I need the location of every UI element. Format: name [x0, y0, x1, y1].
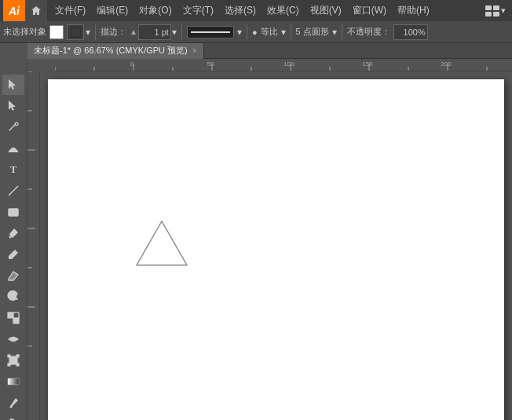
workspace-switcher[interactable]: ▾	[485, 5, 506, 16]
svg-marker-23	[9, 79, 16, 89]
edit-menu[interactable]: 编辑(E)	[92, 2, 133, 19]
svg-rect-0	[485, 5, 492, 10]
canvas-area[interactable]	[40, 71, 512, 420]
help-menu[interactable]: 帮助(H)	[393, 2, 434, 19]
pen-tool-button[interactable]	[2, 117, 24, 137]
eraser-tool-button[interactable]	[2, 265, 24, 286]
svg-rect-3	[493, 12, 499, 16]
svg-text:50: 50	[207, 60, 214, 68]
svg-rect-1	[493, 5, 499, 10]
ruler-vertical	[27, 71, 40, 420]
line-tool-button[interactable]	[2, 181, 24, 201]
window-menu[interactable]: 窗口(W)	[348, 2, 391, 19]
stroke-line-preview[interactable]	[187, 26, 234, 38]
ruler-horizontal: 0 50 100 150 200	[55, 59, 512, 71]
svg-rect-30	[13, 318, 19, 323]
separator-2	[181, 24, 182, 40]
svg-rect-36	[8, 363, 10, 366]
svg-text:200: 200	[441, 60, 452, 68]
svg-rect-2	[485, 12, 492, 16]
toolbar: T	[0, 71, 27, 420]
title-bar-right: ▾	[485, 5, 509, 16]
svg-rect-38	[8, 378, 19, 385]
direct-selection-tool-button[interactable]	[2, 96, 24, 116]
curvature-tool-button[interactable]	[2, 138, 24, 159]
stroke-label: 描边：	[101, 26, 126, 38]
view-label: ●	[252, 27, 258, 37]
selection-label: 未选择对象	[3, 26, 46, 38]
svg-line-26	[9, 186, 18, 195]
svg-text:100: 100	[283, 60, 294, 68]
opacity-label: 不透明度：	[347, 26, 390, 38]
select-menu[interactable]: 选择(S)	[220, 2, 261, 19]
tab-close-button[interactable]: ×	[192, 46, 197, 55]
width-tool-button[interactable]	[2, 329, 24, 349]
document-tab[interactable]: 未标题-1* @ 66.67% (CMYK/GPU 预览) ×	[27, 43, 204, 59]
object-menu[interactable]: 对象(O)	[134, 2, 176, 19]
scale-tool-button[interactable]	[2, 308, 24, 328]
type-tool-button[interactable]: T	[2, 159, 24, 180]
stroke-width-input[interactable]	[138, 24, 171, 40]
tab-bar: 未标题-1* @ 66.67% (CMYK/GPU 预览) ×	[27, 43, 512, 59]
title-bar: Ai 文件(F) 编辑(E) 对象(O) 文字(T) 选择(S) 效果(C) 视…	[0, 0, 512, 21]
svg-rect-4	[71, 27, 80, 36]
svg-marker-24	[9, 100, 16, 111]
home-icon-button[interactable]	[25, 0, 47, 21]
text-menu[interactable]: 文字(T)	[178, 2, 218, 19]
opacity-input[interactable]	[393, 24, 428, 40]
svg-point-28	[9, 236, 12, 239]
svg-rect-35	[16, 355, 19, 357]
svg-rect-29	[8, 312, 13, 318]
rotate-tool-button[interactable]	[2, 287, 24, 307]
menu-bar: 文件(F) 编辑(E) 对象(O) 文字(T) 选择(S) 效果(C) 视图(V…	[47, 0, 485, 21]
selection-tool-button[interactable]	[2, 75, 24, 95]
svg-text:0: 0	[130, 60, 134, 68]
artboard[interactable]	[48, 79, 504, 420]
shape-tool-button[interactable]	[2, 202, 24, 222]
svg-rect-37	[16, 363, 19, 366]
separator-4	[291, 24, 291, 40]
effect-menu[interactable]: 效果(C)	[262, 2, 304, 19]
triangle-shape	[130, 215, 193, 274]
points-label: 5 点圆形	[296, 26, 329, 38]
paintbrush-tool-button[interactable]	[2, 223, 24, 243]
ai-logo: Ai	[3, 0, 25, 21]
zoom-tool-button[interactable]	[2, 414, 24, 420]
tab-title: 未标题-1* @ 66.67% (CMYK/GPU 预览)	[34, 45, 188, 57]
main-area: T	[0, 71, 512, 420]
stroke-color-box[interactable]	[67, 24, 84, 40]
view-mode-label: 等比	[261, 26, 278, 38]
free-transform-button[interactable]	[2, 350, 24, 371]
fill-color-swatch[interactable]	[49, 25, 64, 39]
svg-text:150: 150	[362, 60, 373, 68]
pencil-tool-button[interactable]	[2, 244, 24, 265]
gradient-tool-button[interactable]	[2, 371, 24, 392]
separator-1	[95, 24, 96, 40]
controls-bar: 未选择对象 ▾ 描边： ▲ ▾ ▾ ● 等比 ▾ 5 点圆形 ▾ 不透明度：	[0, 21, 512, 43]
separator-3	[247, 24, 247, 40]
separator-5	[342, 24, 342, 40]
view-menu[interactable]: 视图(V)	[305, 2, 346, 19]
svg-rect-34	[8, 355, 10, 357]
file-menu[interactable]: 文件(F)	[50, 2, 90, 19]
svg-rect-27	[9, 209, 18, 216]
eyedropper-tool-button[interactable]	[2, 393, 24, 413]
